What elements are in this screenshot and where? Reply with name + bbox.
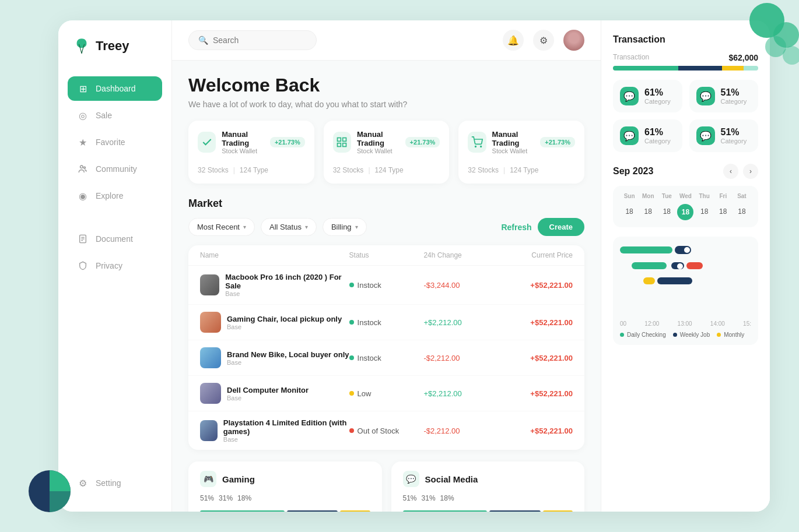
price-value: +$52,221.00 <box>498 389 573 398</box>
timeline-chart: 00 12:00 13:00 14:00 15: Daily Checking … <box>613 237 758 345</box>
cat-label-1: Category <box>721 98 747 105</box>
calendar-nav: ‹ › <box>723 164 758 179</box>
cal-date-4[interactable]: 18 <box>695 204 714 220</box>
filter-billing[interactable]: Billing ▾ <box>323 218 367 236</box>
sidebar-item-setting[interactable]: ⚙ Setting <box>68 471 162 495</box>
legend-label-2: Monthly <box>724 332 744 338</box>
legend-dot-2 <box>717 333 721 337</box>
cal-date-5[interactable]: 18 <box>714 204 733 220</box>
community-icon <box>77 163 89 175</box>
category-card-2[interactable]: 💬 61% Category <box>613 119 682 152</box>
explore-icon: ◉ <box>77 190 89 202</box>
table-row[interactable]: Dell Computer Monitor Base Low +$2,212.0… <box>188 376 584 411</box>
status-dot <box>349 391 354 396</box>
transaction-title: Transaction <box>613 34 758 45</box>
setting-icon: ⚙ <box>77 477 89 489</box>
t-bar-group <box>632 262 703 269</box>
avatar[interactable] <box>563 30 584 51</box>
col-price: Current Price <box>498 251 573 259</box>
sidebar-item-dashboard[interactable]: ⊞ Dashboard <box>68 76 162 101</box>
card-footer-0: 32 Stocks | 124 Type <box>198 166 305 174</box>
change-value: -$2,212.00 <box>423 354 498 362</box>
svg-point-6 <box>84 167 86 168</box>
seg-green <box>613 66 678 71</box>
svg-point-1 <box>773 22 799 48</box>
item-base: Base <box>223 436 349 443</box>
item-thumbnail <box>200 312 221 333</box>
cat-icon-3: 💬 <box>696 126 715 145</box>
cal-date-0[interactable]: 18 <box>620 204 639 220</box>
cal-next-button[interactable]: › <box>743 164 758 179</box>
item-base: Base <box>227 359 349 366</box>
cal-date-1[interactable]: 18 <box>639 204 657 220</box>
item-info: Brand New Bike, Local buyer only Base <box>200 347 349 368</box>
bar-dark <box>287 510 338 512</box>
svg-point-15 <box>475 146 476 147</box>
table-row[interactable]: Macbook Pro 16 inch (2020 ) For Sale Bas… <box>188 266 584 305</box>
logo-text: Treey <box>96 38 129 54</box>
cal-dates: 18 18 18 18 18 18 18 <box>620 204 751 220</box>
sidebar-item-privacy[interactable]: Privacy <box>68 253 162 278</box>
notification-button[interactable]: 🔔 <box>503 30 524 51</box>
legend-item-2: Monthly <box>717 332 744 338</box>
item-name: Dell Computer Monitor <box>227 386 309 394</box>
trading-card-1[interactable]: Manual Trading Stock Wallet +21.73% 32 S… <box>324 121 450 184</box>
day-thu: Thu <box>695 193 714 199</box>
day-wed: Wed <box>676 193 695 199</box>
trading-card-2[interactable]: Manual Trading Stock Wallet +21.73% 32 S… <box>458 121 584 184</box>
sale-icon: ◎ <box>77 110 89 121</box>
cal-prev-button[interactable]: ‹ <box>723 164 738 179</box>
cal-date-6[interactable]: 18 <box>733 204 751 220</box>
bar-green <box>200 510 285 512</box>
welcome-title: Welcome Back <box>188 75 584 96</box>
sidebar-item-label: Community <box>96 164 137 174</box>
cal-date-2[interactable]: 18 <box>657 204 676 220</box>
status-badge: Low <box>349 389 424 398</box>
table-header: Name Status 24h Change Current Price <box>188 245 584 266</box>
gaming-icon: 🎮 <box>200 471 216 487</box>
document-icon <box>77 233 89 245</box>
t-bar-group <box>643 277 692 284</box>
cat-label-3: Category <box>721 138 747 145</box>
refresh-button[interactable]: Refresh <box>501 223 531 232</box>
cal-date-today[interactable]: 18 <box>677 204 693 220</box>
card-icon-2 <box>468 132 486 153</box>
filter-time[interactable]: Most Recent ▾ <box>188 218 255 236</box>
col-change: 24h Change <box>423 251 498 259</box>
trading-card-0[interactable]: Manual Trading Stock Wallet +21.73% 32 S… <box>188 121 314 184</box>
category-card-3[interactable]: 💬 51% Category <box>689 119 759 152</box>
sidebar-item-favorite[interactable]: ★ Favorite <box>68 130 162 154</box>
create-button[interactable]: Create <box>538 218 584 236</box>
col-name: Name <box>200 251 349 259</box>
card-subtitle-1: Stock Wallet <box>357 147 405 154</box>
table-row[interactable]: Brand New Bike, Local buyer only Base In… <box>188 340 584 376</box>
filter-status[interactable]: All Status ▾ <box>261 218 317 236</box>
table-row[interactable]: Playstation 4 Limited Edition (with game… <box>188 411 584 450</box>
cat-icon-0: 💬 <box>620 87 639 105</box>
svg-rect-14 <box>343 143 346 147</box>
x-label-3: 14:00 <box>710 320 725 327</box>
sidebar-item-community[interactable]: Community <box>68 157 162 181</box>
cat-icon-1: 💬 <box>696 87 715 105</box>
sidebar-item-document[interactable]: Document <box>68 227 162 251</box>
settings-button[interactable]: ⚙ <box>533 30 554 51</box>
change-value: +$2,212.00 <box>423 389 498 398</box>
category-card-0[interactable]: 💬 61% Category <box>613 80 682 112</box>
card-badge-1: +21.73% <box>405 137 440 147</box>
day-sat: Sat <box>733 193 751 199</box>
table-row[interactable]: Gaming Chair, local pickup only Base Ins… <box>188 305 584 340</box>
category-card-1[interactable]: 💬 51% Category <box>689 80 759 112</box>
chevron-down-icon: ▾ <box>305 224 308 230</box>
t-bar-green <box>632 262 667 269</box>
change-value: +$2,212.00 <box>423 318 498 327</box>
sidebar-item-explore[interactable]: ◉ Explore <box>68 184 162 208</box>
search-bar[interactable]: 🔍 <box>188 30 317 50</box>
status-dot <box>349 283 354 287</box>
item-name: Playstation 4 Limited Edition (with game… <box>223 418 349 436</box>
sidebar-item-sale[interactable]: ◎ Sale <box>68 103 162 128</box>
legend-dot-0 <box>620 333 624 337</box>
search-input[interactable] <box>213 36 307 45</box>
calendar-header: Sep 2023 ‹ › <box>613 164 758 179</box>
day-fri: Fri <box>714 193 733 199</box>
legend-item-1: Weekly Job <box>673 332 710 338</box>
